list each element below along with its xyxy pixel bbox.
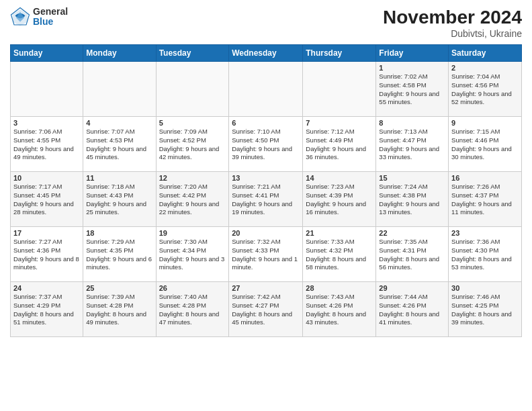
week-row-0: 1Sunrise: 7:02 AM Sunset: 4:58 PM Daylig… bbox=[11, 62, 522, 117]
header-saturday: Saturday bbox=[449, 45, 522, 62]
week-row-1: 3Sunrise: 7:06 AM Sunset: 4:55 PM Daylig… bbox=[11, 117, 522, 172]
calendar-cell-0-3 bbox=[229, 62, 303, 117]
month-title: November 2024 bbox=[383, 7, 522, 28]
week-row-4: 24Sunrise: 7:37 AM Sunset: 4:29 PM Dayli… bbox=[11, 282, 522, 337]
day-number: 11 bbox=[86, 174, 152, 182]
day-info: Sunrise: 7:02 AM Sunset: 4:58 PM Dayligh… bbox=[379, 73, 445, 107]
day-info: Sunrise: 7:30 AM Sunset: 4:34 PM Dayligh… bbox=[159, 238, 226, 272]
calendar-cell-0-5: 1Sunrise: 7:02 AM Sunset: 4:58 PM Daylig… bbox=[376, 62, 449, 117]
calendar-container: General Blue November 2024 Dubivtsi, Ukr… bbox=[0, 0, 532, 411]
day-number: 4 bbox=[86, 119, 152, 127]
calendar-cell-3-2: 19Sunrise: 7:30 AM Sunset: 4:34 PM Dayli… bbox=[156, 227, 229, 282]
calendar-cell-4-4: 28Sunrise: 7:43 AM Sunset: 4:26 PM Dayli… bbox=[303, 282, 376, 337]
day-number: 9 bbox=[451, 119, 519, 127]
day-info: Sunrise: 7:10 AM Sunset: 4:50 PM Dayligh… bbox=[232, 128, 300, 162]
day-info: Sunrise: 7:39 AM Sunset: 4:28 PM Dayligh… bbox=[86, 293, 152, 327]
day-number: 16 bbox=[451, 174, 519, 182]
day-number: 2 bbox=[451, 64, 519, 72]
header-friday: Friday bbox=[376, 45, 449, 62]
logo-text: General Blue bbox=[33, 7, 68, 28]
day-info: Sunrise: 7:06 AM Sunset: 4:55 PM Dayligh… bbox=[13, 128, 80, 162]
calendar-cell-3-0: 17Sunrise: 7:27 AM Sunset: 4:36 PM Dayli… bbox=[11, 227, 83, 282]
header: General Blue November 2024 Dubivtsi, Ukr… bbox=[10, 7, 522, 39]
day-number: 26 bbox=[159, 284, 226, 292]
calendar-cell-4-2: 26Sunrise: 7:40 AM Sunset: 4:28 PM Dayli… bbox=[156, 282, 229, 337]
calendar-cell-3-4: 21Sunrise: 7:33 AM Sunset: 4:32 PM Dayli… bbox=[303, 227, 376, 282]
logo-general: General bbox=[33, 7, 68, 17]
header-thursday: Thursday bbox=[303, 45, 376, 62]
day-number: 22 bbox=[379, 229, 445, 237]
day-info: Sunrise: 7:20 AM Sunset: 4:42 PM Dayligh… bbox=[159, 183, 226, 217]
day-number: 24 bbox=[13, 284, 80, 292]
day-number: 15 bbox=[379, 174, 445, 182]
day-info: Sunrise: 7:04 AM Sunset: 4:56 PM Dayligh… bbox=[451, 73, 519, 107]
day-number: 12 bbox=[159, 174, 226, 182]
calendar-cell-0-0 bbox=[11, 62, 83, 117]
day-info: Sunrise: 7:18 AM Sunset: 4:43 PM Dayligh… bbox=[86, 183, 152, 217]
day-number: 10 bbox=[13, 174, 80, 182]
calendar-cell-0-1 bbox=[83, 62, 156, 117]
calendar-cell-4-0: 24Sunrise: 7:37 AM Sunset: 4:29 PM Dayli… bbox=[11, 282, 83, 337]
calendar-cell-0-6: 2Sunrise: 7:04 AM Sunset: 4:56 PM Daylig… bbox=[449, 62, 522, 117]
calendar-cell-4-5: 29Sunrise: 7:44 AM Sunset: 4:26 PM Dayli… bbox=[376, 282, 449, 337]
logo-icon bbox=[10, 7, 30, 27]
calendar-cell-0-4 bbox=[303, 62, 376, 117]
calendar-cell-3-6: 23Sunrise: 7:36 AM Sunset: 4:30 PM Dayli… bbox=[449, 227, 522, 282]
day-number: 5 bbox=[159, 119, 226, 127]
calendar-header-row: Sunday Monday Tuesday Wednesday Thursday… bbox=[11, 45, 522, 62]
header-tuesday: Tuesday bbox=[156, 45, 229, 62]
day-number: 7 bbox=[306, 119, 373, 127]
day-number: 3 bbox=[13, 119, 80, 127]
calendar-cell-1-2: 5Sunrise: 7:09 AM Sunset: 4:52 PM Daylig… bbox=[156, 117, 229, 172]
day-number: 19 bbox=[159, 229, 226, 237]
calendar-cell-1-4: 7Sunrise: 7:12 AM Sunset: 4:49 PM Daylig… bbox=[303, 117, 376, 172]
day-info: Sunrise: 7:24 AM Sunset: 4:38 PM Dayligh… bbox=[379, 183, 445, 217]
day-number: 14 bbox=[306, 174, 373, 182]
day-number: 21 bbox=[306, 229, 373, 237]
header-sunday: Sunday bbox=[11, 45, 83, 62]
calendar-cell-3-5: 22Sunrise: 7:35 AM Sunset: 4:31 PM Dayli… bbox=[376, 227, 449, 282]
day-number: 28 bbox=[306, 284, 373, 292]
day-info: Sunrise: 7:17 AM Sunset: 4:45 PM Dayligh… bbox=[13, 183, 80, 217]
day-info: Sunrise: 7:07 AM Sunset: 4:53 PM Dayligh… bbox=[86, 128, 152, 162]
day-info: Sunrise: 7:46 AM Sunset: 4:25 PM Dayligh… bbox=[451, 293, 519, 327]
day-info: Sunrise: 7:21 AM Sunset: 4:41 PM Dayligh… bbox=[232, 183, 300, 217]
week-row-3: 17Sunrise: 7:27 AM Sunset: 4:36 PM Dayli… bbox=[11, 227, 522, 282]
day-number: 6 bbox=[232, 119, 300, 127]
day-number: 20 bbox=[232, 229, 300, 237]
day-info: Sunrise: 7:29 AM Sunset: 4:35 PM Dayligh… bbox=[86, 238, 152, 272]
day-number: 27 bbox=[232, 284, 300, 292]
logo-blue: Blue bbox=[33, 17, 68, 27]
day-number: 17 bbox=[13, 229, 80, 237]
calendar-cell-2-6: 16Sunrise: 7:26 AM Sunset: 4:37 PM Dayli… bbox=[449, 172, 522, 227]
calendar-cell-2-2: 12Sunrise: 7:20 AM Sunset: 4:42 PM Dayli… bbox=[156, 172, 229, 227]
title-block: November 2024 Dubivtsi, Ukraine bbox=[383, 7, 522, 39]
day-info: Sunrise: 7:15 AM Sunset: 4:46 PM Dayligh… bbox=[451, 128, 519, 162]
day-info: Sunrise: 7:36 AM Sunset: 4:30 PM Dayligh… bbox=[451, 238, 519, 272]
calendar-cell-1-1: 4Sunrise: 7:07 AM Sunset: 4:53 PM Daylig… bbox=[83, 117, 156, 172]
day-info: Sunrise: 7:13 AM Sunset: 4:47 PM Dayligh… bbox=[379, 128, 445, 162]
logo: General Blue bbox=[10, 7, 68, 28]
calendar-cell-2-5: 15Sunrise: 7:24 AM Sunset: 4:38 PM Dayli… bbox=[376, 172, 449, 227]
calendar-cell-1-3: 6Sunrise: 7:10 AM Sunset: 4:50 PM Daylig… bbox=[229, 117, 303, 172]
calendar-cell-1-5: 8Sunrise: 7:13 AM Sunset: 4:47 PM Daylig… bbox=[376, 117, 449, 172]
header-wednesday: Wednesday bbox=[229, 45, 303, 62]
day-info: Sunrise: 7:23 AM Sunset: 4:39 PM Dayligh… bbox=[306, 183, 373, 217]
day-info: Sunrise: 7:33 AM Sunset: 4:32 PM Dayligh… bbox=[306, 238, 373, 272]
day-info: Sunrise: 7:37 AM Sunset: 4:29 PM Dayligh… bbox=[13, 293, 80, 327]
day-info: Sunrise: 7:35 AM Sunset: 4:31 PM Dayligh… bbox=[379, 238, 445, 272]
day-info: Sunrise: 7:42 AM Sunset: 4:27 PM Dayligh… bbox=[232, 293, 300, 327]
week-row-2: 10Sunrise: 7:17 AM Sunset: 4:45 PM Dayli… bbox=[11, 172, 522, 227]
day-info: Sunrise: 7:27 AM Sunset: 4:36 PM Dayligh… bbox=[13, 238, 80, 272]
day-number: 18 bbox=[86, 229, 152, 237]
day-number: 13 bbox=[232, 174, 300, 182]
calendar-cell-3-1: 18Sunrise: 7:29 AM Sunset: 4:35 PM Dayli… bbox=[83, 227, 156, 282]
calendar-cell-4-6: 30Sunrise: 7:46 AM Sunset: 4:25 PM Dayli… bbox=[449, 282, 522, 337]
day-info: Sunrise: 7:12 AM Sunset: 4:49 PM Dayligh… bbox=[306, 128, 373, 162]
calendar-cell-4-3: 27Sunrise: 7:42 AM Sunset: 4:27 PM Dayli… bbox=[229, 282, 303, 337]
day-info: Sunrise: 7:26 AM Sunset: 4:37 PM Dayligh… bbox=[451, 183, 519, 217]
calendar-cell-2-0: 10Sunrise: 7:17 AM Sunset: 4:45 PM Dayli… bbox=[11, 172, 83, 227]
day-number: 29 bbox=[379, 284, 445, 292]
calendar-table: Sunday Monday Tuesday Wednesday Thursday… bbox=[10, 44, 522, 337]
calendar-cell-0-2 bbox=[156, 62, 229, 117]
